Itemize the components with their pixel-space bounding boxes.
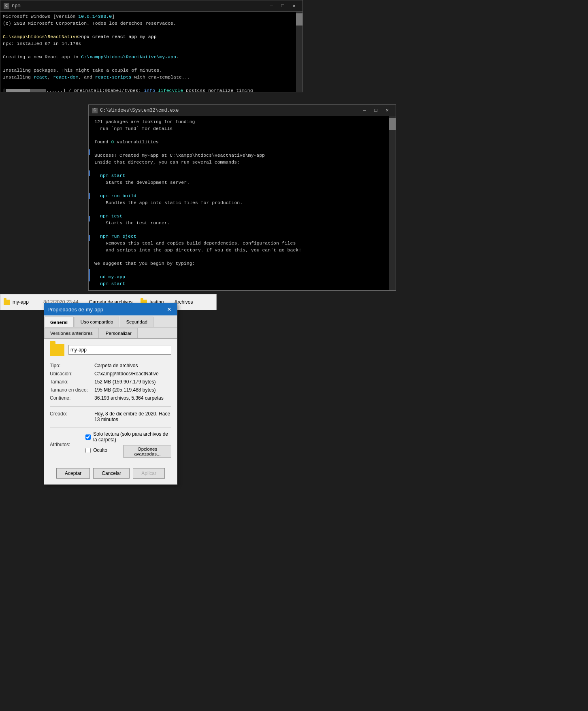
- npm-line-4: npx: installed 67 in 14.178s: [3, 40, 300, 47]
- attributes-section: Atributos: Solo lectura (solo para archi…: [50, 431, 171, 458]
- info-value-creado: Hoy, 8 de diciembre de 2020. Hace 13 min…: [94, 410, 171, 424]
- cmd-line-npm-start: npm start: [100, 172, 390, 179]
- npm-line-3: C:\xampp\htdocs\ReactNative>npx create-r…: [3, 34, 300, 40]
- npm-title-controls: — □ ✕: [266, 2, 299, 10]
- info-value-tamano: 152 MB (159.907.179 bytes): [94, 378, 171, 386]
- dialog-title-bar: Propiedades de my-app ✕: [44, 303, 177, 315]
- tab-seguridad[interactable]: Seguridad: [120, 317, 153, 327]
- dialog-accept-button[interactable]: Aceptar: [56, 468, 90, 479]
- cmd-line-suggest: We suggest that you begin by typing:: [94, 260, 390, 267]
- npm-scrollbar[interactable]: [296, 12, 303, 92]
- cmd-line-scripts: and scripts into the app directory. If y…: [106, 247, 390, 254]
- npm-title-left: C npm: [4, 3, 21, 9]
- cmd-scrollbar-thumb: [389, 118, 396, 130]
- cmd-window-title: C:\Windows\System32\cmd.exe: [100, 108, 179, 113]
- info-row-creado: Creado: Hoy, 8 de diciembre de 2020. Hac…: [50, 410, 171, 424]
- npm-terminal-window: C npm — □ ✕ Microsoft Windows [Versión 1…: [0, 0, 303, 92]
- cmd-line-npm-build: npm run build: [100, 193, 390, 200]
- attributes-label: Atributos:: [50, 442, 85, 447]
- cmd-title-left: C C:\Windows\System32\cmd.exe: [92, 108, 179, 113]
- dialog-buttons-row: Aceptar Cancelar Aplicar: [44, 463, 177, 484]
- npm-line-1: Microsoft Windows [Versión 10.0.14393.0]: [3, 13, 300, 20]
- info-value-tamano-disco: 195 MB (205.119.488 bytes): [94, 386, 171, 394]
- checkbox-hidden-label: Oculto: [93, 447, 107, 453]
- cmd-line-inside: Inside that directory, you can run sever…: [94, 159, 390, 166]
- npm-minimize-btn[interactable]: —: [266, 2, 277, 10]
- cmd-terminal-body: 121 packages are looking for funding run…: [89, 116, 396, 290]
- tab-uso-compartido[interactable]: Uso compartido: [75, 317, 119, 327]
- npm-line-2: (c) 2018 Microsoft Corporation. Todos lo…: [3, 20, 300, 27]
- info-label-tipo: Tipo:: [50, 362, 94, 370]
- info-label-ubicacion: Ubicación:: [50, 370, 94, 378]
- blue-accent-1: [89, 149, 90, 155]
- info-label-contiene: Contiene:: [50, 394, 94, 402]
- info-value-ubicacion: C:\xampp\htdocs\ReactNative: [94, 370, 171, 378]
- created-table: Creado: Hoy, 8 de diciembre de 2020. Hac…: [50, 410, 171, 424]
- cmd-line-npm-test: npm test: [100, 213, 390, 220]
- cmd-window-icon: C: [92, 108, 98, 113]
- info-row-tamano-disco: Tamaño en disco: 195 MB (205.119.488 byt…: [50, 386, 171, 394]
- cmd-terminal-window: C C:\Windows\System32\cmd.exe — □ ✕ 121 …: [88, 104, 396, 291]
- npm-terminal-body: Microsoft Windows [Versión 10.0.14393.0]…: [0, 12, 303, 92]
- checkbox-row-hidden: Oculto: [85, 447, 107, 453]
- cmd-line-removes: Removes this tool and copies build depen…: [106, 240, 390, 247]
- info-value-tipo: Carpeta de archivos: [94, 362, 171, 370]
- cmd-line-cd: cd my-app: [100, 274, 390, 281]
- folder-name-input[interactable]: [68, 345, 171, 355]
- advanced-options-button[interactable]: Opciones avanzadas...: [124, 445, 171, 458]
- cmd-line-vuln: found 0 vulnerabilities: [94, 139, 390, 146]
- cmd-close-btn[interactable]: ✕: [382, 106, 392, 115]
- dialog-content: Tipo: Carpeta de archivos Ubicación: C:\…: [44, 339, 177, 463]
- dialog-close-button[interactable]: ✕: [165, 305, 174, 314]
- dialog-tabs-row1: General Uso compartido Seguridad: [44, 315, 177, 328]
- npm-title-bar: C npm — □ ✕: [0, 0, 303, 12]
- cmd-line-test-runner: Starts the test runner.: [106, 220, 390, 227]
- cmd-line-start-final: npm start: [100, 281, 390, 287]
- checkbox-readonly-label: Solo lectura (solo para archivos de la c…: [93, 431, 171, 443]
- npm-line-7: Installing react, react-dom, and react-s…: [3, 74, 300, 81]
- dialog-tabs-row2: Versiones anteriores Personalizar: [44, 328, 177, 339]
- tab-personalizar[interactable]: Personalizar: [100, 328, 138, 338]
- info-row-tamano: Tamaño: 152 MB (159.907.179 bytes): [50, 378, 171, 386]
- big-folder-icon: [50, 344, 64, 356]
- npm-window-icon: C: [4, 3, 9, 9]
- dialog-cancel-button[interactable]: Cancelar: [93, 468, 130, 479]
- npm-line-5: Creating a new React app in C:\xampp\htd…: [3, 54, 300, 61]
- tab-versiones-anteriores[interactable]: Versiones anteriores: [44, 328, 99, 338]
- blue-accent-6: [89, 269, 90, 281]
- separator-2: [50, 428, 171, 428]
- info-label-tamano: Tamaño:: [50, 378, 94, 386]
- info-label-creado: Creado:: [50, 410, 94, 424]
- npm-scrollbar-thumb: [296, 13, 303, 26]
- file-name-myapp: my-app: [13, 299, 29, 305]
- folder-icon-myapp: [4, 300, 10, 305]
- npm-line-8: [......] / preinstall:@babel/types: info…: [3, 87, 300, 92]
- info-table: Tipo: Carpeta de archivos Ubicación: C:\…: [50, 362, 171, 402]
- dialog-apply-button[interactable]: Aplicar: [133, 468, 165, 479]
- tab-general[interactable]: General: [44, 317, 74, 327]
- npm-maximize-btn[interactable]: □: [277, 2, 288, 10]
- cmd-maximize-btn[interactable]: □: [371, 106, 381, 115]
- blue-accent-4: [89, 216, 90, 221]
- info-value-contiene: 36.193 archivos, 5.364 carpetas: [94, 394, 171, 402]
- cmd-line-npm-eject: npm run eject: [100, 233, 390, 240]
- properties-dialog: Propiedades de my-app ✕ General Uso comp…: [44, 303, 177, 485]
- checkbox-hidden-row: Oculto Opciones avanzadas...: [85, 445, 171, 458]
- cmd-line-bundles: Bundles the app into static files for pr…: [106, 200, 390, 206]
- checkbox-row-readonly: Solo lectura (solo para archivos de la c…: [85, 431, 171, 443]
- checkbox-readonly[interactable]: [85, 434, 91, 440]
- cmd-line-funding-1: 121 packages are looking for funding: [94, 119, 390, 126]
- cmd-title-bar: C C:\Windows\System32\cmd.exe — □ ✕: [89, 105, 396, 116]
- info-row-tipo: Tipo: Carpeta de archivos: [50, 362, 171, 370]
- cmd-line-funding-2: run `npm fund` for details: [94, 126, 390, 132]
- cmd-scrollbar[interactable]: [389, 116, 396, 290]
- checkbox-hidden[interactable]: [85, 448, 91, 453]
- blue-accent-2: [89, 170, 90, 176]
- cmd-line-starts-dev: Starts the development server.: [106, 179, 390, 186]
- npm-window-title: npm: [12, 3, 21, 9]
- npm-close-btn[interactable]: ✕: [289, 2, 299, 10]
- blue-accent-5: [89, 235, 90, 241]
- dialog-title-text: Propiedades de my-app: [47, 307, 103, 313]
- cmd-minimize-btn[interactable]: —: [359, 106, 370, 115]
- folder-header: [50, 344, 171, 356]
